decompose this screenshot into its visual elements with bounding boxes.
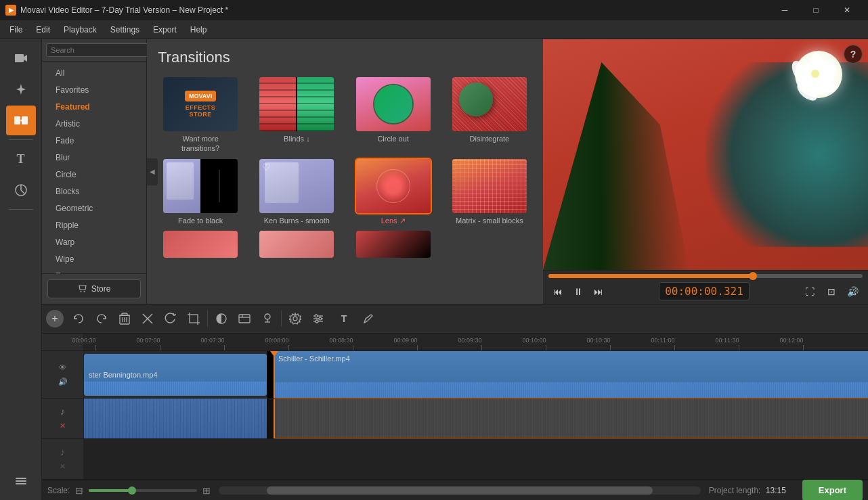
skip-start-button[interactable]: ⏮: [548, 282, 567, 301]
export-button[interactable]: Export: [802, 480, 863, 500]
audio-button[interactable]: [257, 308, 278, 329]
video-clip-2[interactable]: Schiller - Schiller.mp4: [274, 351, 868, 398]
transition-lens[interactable]: Lens ↗: [348, 159, 439, 225]
eye-icon[interactable]: 👁: [57, 361, 69, 373]
menu-edit[interactable]: Edit: [29, 22, 57, 37]
adjust-button[interactable]: [307, 308, 329, 329]
video-track-controls: 👁 🔊: [42, 351, 84, 398]
collapse-button[interactable]: ◀: [147, 158, 158, 185]
scale-bar: Scale: ⊟ ⊞ Project length:: [42, 480, 868, 500]
volume-track-icon[interactable]: 🔊: [57, 376, 69, 388]
text-overlay-btn[interactable]: T: [333, 308, 355, 329]
transition-row3b[interactable]: [251, 231, 342, 258]
menu-playback[interactable]: Playback: [57, 22, 104, 37]
scale-slider-thumb[interactable]: [128, 486, 136, 495]
tool-separator-1: [9, 139, 33, 140]
maximize-button[interactable]: □: [800, 0, 831, 20]
transition-store[interactable]: MOVAVI EFFECTS STORE Want moretransition…: [155, 77, 246, 154]
app-icon: ▶: [5, 5, 16, 16]
transition-matrix[interactable]: Matrix - small blocks: [444, 159, 535, 225]
transition-fade-black[interactable]: Fade to black: [155, 159, 246, 225]
cat-ripple[interactable]: Ripple: [45, 217, 144, 233]
audio-mute-icon[interactable]: ✕: [57, 420, 69, 432]
settings-button[interactable]: [284, 308, 306, 329]
menu-file[interactable]: File: [3, 22, 29, 37]
timeline-scrollbar[interactable]: [219, 486, 700, 495]
skip-end-button[interactable]: ⏭: [589, 282, 608, 301]
transition-blinds-label: Blinds ↓: [284, 134, 310, 143]
fit-button[interactable]: ⊡: [822, 282, 841, 301]
svg-point-34: [315, 315, 318, 317]
transition-fade-black-label: Fade to black: [178, 216, 223, 225]
svg-point-36: [316, 320, 318, 323]
svg-point-35: [319, 317, 322, 320]
menu-export[interactable]: Export: [146, 22, 183, 37]
transition-ken-burns[interactable]: ♡ Ken Burns - smooth: [251, 159, 342, 225]
preview-progress-bar[interactable]: [548, 274, 863, 278]
media-button[interactable]: [234, 308, 255, 329]
video-tool-btn[interactable]: [6, 43, 36, 73]
work-area: T ✕: [0, 39, 868, 500]
video-track-content: ster Bennington.mp4 Schiller - Schiller.…: [84, 351, 868, 398]
project-length: Project length: 13:15: [709, 486, 786, 495]
scale-slider[interactable]: [89, 489, 197, 492]
transition-blinds-thumb: [259, 77, 334, 131]
transition-row3a[interactable]: [155, 231, 246, 258]
cat-all[interactable]: All: [45, 65, 144, 81]
svg-rect-6: [16, 480, 26, 482]
transition-blinds[interactable]: Blinds ↓: [251, 77, 342, 154]
transition-circle-out-label: Circle out: [377, 134, 408, 143]
crop-button[interactable]: [183, 308, 204, 329]
preview-controls-right: ⛶ ⊡ 🔊: [800, 282, 863, 301]
menu-settings[interactable]: Settings: [104, 22, 146, 37]
rotate-button[interactable]: [160, 308, 181, 329]
store-button[interactable]: Store: [47, 279, 141, 298]
play-pause-button[interactable]: ⏸: [569, 282, 588, 301]
preview-progress-thumb[interactable]: [749, 272, 757, 280]
transitions-tool-btn[interactable]: [6, 106, 36, 135]
delete-button[interactable]: [114, 308, 135, 329]
app-layout: ▶ Movavi Video Editor – 7-Day Trial Vers…: [0, 0, 868, 500]
fullscreen-button[interactable]: ⛶: [800, 282, 819, 301]
cat-circle[interactable]: Circle: [45, 166, 144, 183]
store-label: Store: [91, 284, 111, 294]
cat-favorites[interactable]: Favorites: [45, 82, 144, 98]
redo-button[interactable]: [91, 308, 112, 329]
cat-artistic[interactable]: Artistic: [45, 116, 144, 132]
add-button[interactable]: +: [46, 310, 64, 327]
volume-button[interactable]: 🔊: [844, 282, 863, 301]
menu-tool-btn[interactable]: [6, 466, 36, 496]
text-tool-btn[interactable]: T: [6, 144, 36, 174]
undo-button[interactable]: [68, 308, 89, 329]
cat-wipe[interactable]: Wipe: [45, 251, 144, 267]
help-button[interactable]: ?: [844, 45, 863, 64]
transitions-header: Transitions: [147, 39, 543, 72]
menu-help[interactable]: Help: [183, 22, 214, 37]
minimize-button[interactable]: ─: [769, 0, 800, 20]
store-section: Store: [42, 273, 146, 304]
video-clip-1[interactable]: ster Bennington.mp4: [84, 354, 267, 396]
transition-disintegrate[interactable]: Disintegrate: [444, 77, 535, 154]
pen-overlay-btn[interactable]: [357, 308, 379, 329]
cat-geometric[interactable]: Geometric: [45, 200, 144, 217]
color-button[interactable]: [211, 308, 232, 329]
transitions-grid-wrapper[interactable]: MOVAVI EFFECTS STORE Want moretransition…: [147, 72, 543, 304]
transition-row3b-thumb: [259, 231, 334, 258]
cat-zoom[interactable]: Zoom: [45, 268, 144, 273]
audio-mute-2-icon[interactable]: ✕: [57, 461, 69, 473]
close-button[interactable]: ✕: [831, 0, 863, 20]
cat-warp[interactable]: Warp: [45, 234, 144, 250]
cat-blocks[interactable]: Blocks: [45, 183, 144, 200]
svg-rect-18: [190, 315, 198, 323]
cut-button[interactable]: [137, 308, 158, 329]
cat-featured[interactable]: Featured: [45, 99, 144, 115]
transition-circle-out[interactable]: Circle out: [348, 77, 439, 154]
transition-matrix-label: Matrix - small blocks: [456, 216, 523, 225]
effects-tool-btn[interactable]: [6, 175, 36, 205]
magic-tool-btn[interactable]: [6, 74, 36, 104]
cat-blur[interactable]: Blur: [45, 150, 144, 166]
cat-fade[interactable]: Fade: [45, 133, 144, 149]
transition-row3c[interactable]: [348, 231, 439, 258]
audio-track: ♪ ✕: [42, 399, 868, 439]
search-input[interactable]: [46, 43, 149, 57]
